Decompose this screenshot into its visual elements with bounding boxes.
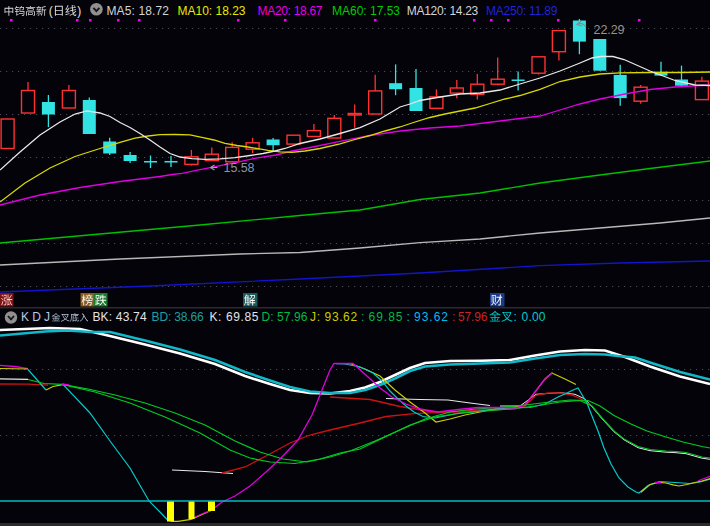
svg-text:MA120: 14.23: MA120: 14.23 xyxy=(407,4,479,18)
svg-text:K: 69.85: K: 69.85 xyxy=(210,310,259,324)
svg-text:69.85: 69.85 xyxy=(369,310,403,324)
svg-text:): ) xyxy=(77,4,81,18)
svg-text:22.29: 22.29 xyxy=(594,23,625,37)
svg-text:MA10: 18.23: MA10: 18.23 xyxy=(178,4,246,18)
svg-text:15.58: 15.58 xyxy=(224,161,255,175)
svg-text::: : xyxy=(407,310,410,324)
svg-text:D: 57.96: D: 57.96 xyxy=(262,310,308,324)
svg-text:J: 93.62: J: 93.62 xyxy=(310,310,357,324)
svg-text:KDJ: KDJ xyxy=(21,310,50,324)
svg-text:MA20: 18.67: MA20: 18.67 xyxy=(258,4,323,18)
svg-text:MA60: 17.53: MA60: 17.53 xyxy=(332,4,400,18)
svg-text:(: ( xyxy=(49,4,53,18)
svg-text:0.00: 0.00 xyxy=(522,310,546,324)
svg-text:57.96: 57.96 xyxy=(458,310,488,324)
svg-text:BD: 38.66: BD: 38.66 xyxy=(152,310,204,324)
svg-text::: : xyxy=(452,310,455,324)
svg-text:BK: 43.74: BK: 43.74 xyxy=(92,310,147,324)
svg-text:MA250: 11.89: MA250: 11.89 xyxy=(486,4,558,18)
svg-text::: : xyxy=(361,310,364,324)
svg-text:MA5: 18.72: MA5: 18.72 xyxy=(107,4,170,18)
svg-text::: : xyxy=(514,310,517,324)
svg-text:93.62: 93.62 xyxy=(414,310,448,324)
